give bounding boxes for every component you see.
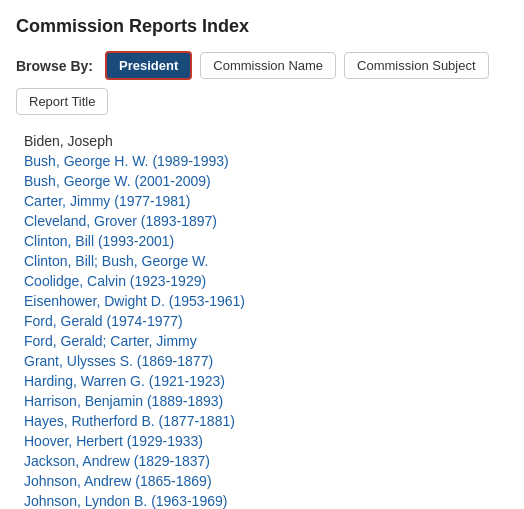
list-item[interactable]: Eisenhower, Dwight D. (1953-1961) xyxy=(24,293,508,309)
page-title: Commission Reports Index xyxy=(16,16,508,37)
list-item[interactable]: Ford, Gerald; Carter, Jimmy xyxy=(24,333,508,349)
list-item[interactable]: Cleveland, Grover (1893-1897) xyxy=(24,213,508,229)
list-item[interactable]: Bush, George W. (2001-2009) xyxy=(24,173,508,189)
list-item[interactable]: Johnson, Lyndon B. (1963-1969) xyxy=(24,493,508,509)
list-item-link[interactable]: Clinton, Bill (1993-2001) xyxy=(24,233,174,249)
list-item[interactable]: Ford, Gerald (1974-1977) xyxy=(24,313,508,329)
list-item[interactable]: Clinton, Bill; Bush, George W. xyxy=(24,253,508,269)
list-item[interactable]: Harrison, Benjamin (1889-1893) xyxy=(24,393,508,409)
browse-btn-commission-name[interactable]: Commission Name xyxy=(200,52,336,79)
list-item[interactable]: Coolidge, Calvin (1923-1929) xyxy=(24,273,508,289)
list-item[interactable]: Jackson, Andrew (1829-1837) xyxy=(24,453,508,469)
list-item-link[interactable]: Hayes, Rutherford B. (1877-1881) xyxy=(24,413,235,429)
list-item-link[interactable]: Eisenhower, Dwight D. (1953-1961) xyxy=(24,293,245,309)
list-item-link[interactable]: Bush, George H. W. (1989-1993) xyxy=(24,153,229,169)
list-item-link[interactable]: Cleveland, Grover (1893-1897) xyxy=(24,213,217,229)
browse-bar: Browse By: PresidentCommission NameCommi… xyxy=(16,51,508,115)
list-item[interactable]: Hayes, Rutherford B. (1877-1881) xyxy=(24,413,508,429)
list-item[interactable]: Clinton, Bill (1993-2001) xyxy=(24,233,508,249)
list-item[interactable]: Grant, Ulysses S. (1869-1877) xyxy=(24,353,508,369)
browse-btn-commission-subject[interactable]: Commission Subject xyxy=(344,52,489,79)
list-item-link[interactable]: Ford, Gerald (1974-1977) xyxy=(24,313,183,329)
list-item[interactable]: Johnson, Andrew (1865-1869) xyxy=(24,473,508,489)
list-item-link[interactable]: Jackson, Andrew (1829-1837) xyxy=(24,453,210,469)
list-item-link[interactable]: Johnson, Andrew (1865-1869) xyxy=(24,473,212,489)
list-item-link[interactable]: Harding, Warren G. (1921-1923) xyxy=(24,373,225,389)
list-item-link[interactable]: Hoover, Herbert (1929-1933) xyxy=(24,433,203,449)
list-item-link[interactable]: Harrison, Benjamin (1889-1893) xyxy=(24,393,223,409)
browse-btn-report-title[interactable]: Report Title xyxy=(16,88,108,115)
list-item[interactable]: Bush, George H. W. (1989-1993) xyxy=(24,153,508,169)
list-item: Biden, Joseph xyxy=(24,133,508,149)
list-item-link[interactable]: Clinton, Bill; Bush, George W. xyxy=(24,253,208,269)
browse-btn-president[interactable]: President xyxy=(105,51,192,80)
list-item[interactable]: Hoover, Herbert (1929-1933) xyxy=(24,433,508,449)
list-item-link[interactable]: Grant, Ulysses S. (1869-1877) xyxy=(24,353,213,369)
list-item-link[interactable]: Carter, Jimmy (1977-1981) xyxy=(24,193,191,209)
list-item[interactable]: Carter, Jimmy (1977-1981) xyxy=(24,193,508,209)
list-container: Biden, JosephBush, George H. W. (1989-19… xyxy=(16,133,508,509)
list-item-link[interactable]: Bush, George W. (2001-2009) xyxy=(24,173,211,189)
list-item-link[interactable]: Johnson, Lyndon B. (1963-1969) xyxy=(24,493,227,509)
list-item-link[interactable]: Coolidge, Calvin (1923-1929) xyxy=(24,273,206,289)
list-item-link[interactable]: Ford, Gerald; Carter, Jimmy xyxy=(24,333,197,349)
browse-label: Browse By: xyxy=(16,58,93,74)
list-item[interactable]: Harding, Warren G. (1921-1923) xyxy=(24,373,508,389)
